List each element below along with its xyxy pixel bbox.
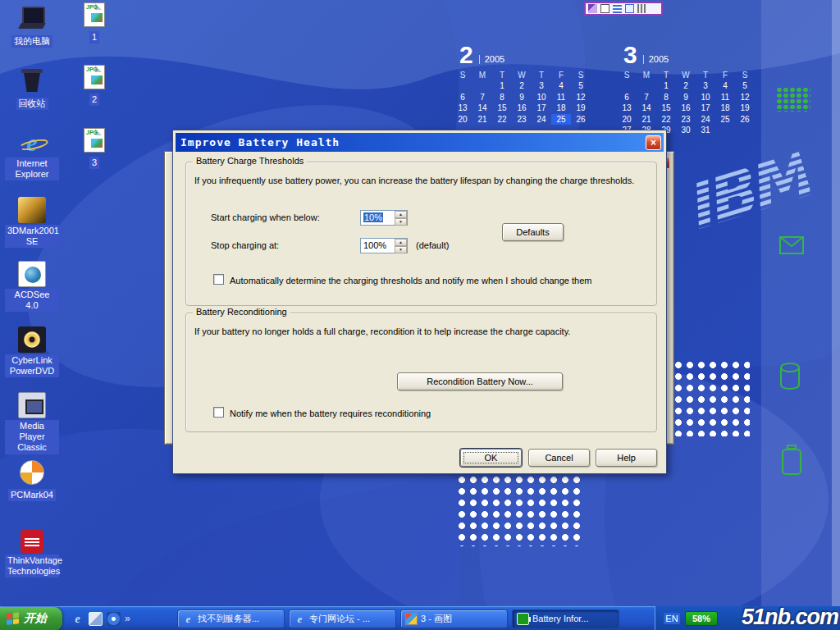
desktop-icon-label: 2 [89, 94, 99, 106]
calendar-date: 6 [617, 92, 637, 103]
calendar-date: 7 [637, 92, 656, 103]
battery-device-icon [781, 445, 802, 476]
language-indicator[interactable]: EN [664, 613, 680, 624]
calendar-date: 2 [512, 80, 532, 92]
spin-up-icon[interactable]: ▲ [395, 239, 407, 246]
calendar-date: 9 [512, 92, 532, 103]
calendar-date: 1 [656, 80, 676, 92]
spin-down-icon[interactable]: ▼ [395, 246, 407, 253]
calendar-date: 5 [571, 80, 591, 92]
calendar-date: 18 [715, 103, 735, 114]
auto-determine-checkbox[interactable] [213, 274, 224, 285]
desktop-icon-recycle-bin[interactable]: 回收站 [5, 67, 59, 110]
calendar-date: 13 [617, 103, 637, 114]
calendar-date: 19 [571, 103, 591, 114]
calendar-march-2005: 3 2005 SMTWTFS12345678910111213141516171… [617, 44, 761, 136]
options-tool-icon[interactable] [637, 4, 646, 13]
calendar-date: 14 [472, 103, 492, 114]
desktop-icon-3dmark2001[interactable]: 3DMark2001 SE [5, 197, 59, 248]
battery-status-indicator[interactable]: 58% [685, 611, 718, 626]
calendar-day-header: M [472, 70, 492, 81]
calendar-date: 10 [532, 92, 551, 103]
recondition-battery-button[interactable]: Recondition Battery Now... [397, 372, 563, 390]
spin-down-icon[interactable]: ▼ [395, 218, 407, 226]
cancel-button[interactable]: Cancel [528, 449, 590, 467]
calendar-date: 22 [656, 114, 676, 126]
internet-explorer-quicklaunch-icon[interactable]: e [71, 612, 84, 626]
calendar-date: 1 [492, 80, 512, 92]
windows-flag-icon [7, 612, 20, 625]
calendar-date: 11 [715, 92, 735, 103]
desktop-icon-jpg-2[interactable]: JPG 2 [71, 64, 118, 106]
start-button[interactable]: 开始 [0, 607, 62, 630]
desktop-icon-powerdvd[interactable]: CyberLink PowerDVD [5, 326, 59, 377]
start-charging-spinner[interactable]: 10% ▲ ▼ [360, 210, 408, 226]
stop-charging-spinner[interactable]: 100% ▲ ▼ [360, 238, 408, 253]
calendar-day-header: M [637, 70, 656, 81]
calendar-date: 18 [551, 103, 571, 114]
calendar-date: 3 [532, 80, 551, 92]
stop-charging-label: Stop charging at: [211, 240, 279, 250]
desktop-icon-acdsee[interactable]: ACDSee 4.0 [5, 261, 59, 312]
highlighter-tool-icon[interactable] [613, 4, 622, 13]
calendar-date: 10 [696, 92, 715, 103]
desktop-icon-jpg-3[interactable]: JPG 3 [71, 127, 118, 169]
calendar-day-header: T [696, 70, 715, 81]
desktop-icon-label: 1 [89, 31, 99, 43]
notify-reconditioning-checkbox[interactable] [213, 407, 224, 418]
start-charging-value: 10% [363, 212, 383, 222]
chevron-right-icon[interactable]: » [125, 612, 133, 626]
calendar-date: 4 [715, 80, 735, 92]
spin-up-icon[interactable]: ▲ [395, 211, 407, 218]
pen-tool-icon[interactable] [588, 4, 597, 13]
jpg-file-icon: JPG [84, 128, 105, 153]
media-player-quicklaunch-icon[interactable] [107, 612, 121, 626]
close-icon[interactable]: × [646, 135, 661, 150]
select-tool-icon[interactable] [600, 4, 609, 13]
calendar-date: 24 [532, 114, 551, 126]
calendar-date [637, 80, 656, 92]
calendar-day-header: T [656, 70, 676, 81]
calendar-date: 21 [637, 114, 656, 126]
jpg-badge: JPG [86, 130, 98, 135]
taskbar: 开始 e » e 找不到服务器... e 专门网论坛 - ... 3 - 画图 … [0, 606, 840, 630]
calendar-february-2005: 2 2005 SMTWTFS12345678910111213141516171… [453, 44, 597, 125]
ok-button[interactable]: OK [460, 449, 522, 467]
wallpaper-right-edge [832, 0, 840, 630]
calendar-date: 31 [696, 125, 715, 136]
my-computer-icon [18, 5, 46, 31]
taskbar-button-forum[interactable]: e 专门网论坛 - ... [289, 609, 396, 628]
dialog-titlebar[interactable]: Improve Battery Health × [176, 133, 664, 152]
calendar-date: 17 [696, 103, 715, 114]
taskbar-button-battery-information[interactable]: Battery Infor... [512, 609, 619, 628]
desktop-icon-my-computer[interactable]: 我的电脑 [5, 5, 59, 48]
desktop-icon-pcmark04[interactable]: PCMark04 [5, 459, 59, 501]
desktop-icon-label: PCMark04 [8, 489, 56, 501]
desktop-icon-thinkvantage[interactable]: ThinkVantage Technologies [5, 528, 59, 578]
note-tool-icon[interactable] [625, 4, 634, 13]
ie-icon: e [182, 613, 194, 625]
calendar-date: 16 [676, 103, 696, 114]
auto-determine-label[interactable]: Automatically determine the charging thr… [230, 276, 591, 285]
calendar-date: 19 [735, 103, 755, 114]
notify-reconditioning-label[interactable]: Notify me when the battery requires reco… [230, 409, 431, 418]
media-player-classic-icon [18, 392, 46, 418]
desktop-icon-media-player-classic[interactable]: Media Player Classic [5, 392, 59, 454]
calendar-month: 3 [623, 44, 637, 66]
stop-charging-value: 100% [361, 239, 395, 253]
desktop-icon-internet-explorer[interactable]: e Internet Explorer [5, 130, 59, 180]
taskbar-button-server-not-found[interactable]: e 找不到服务器... [177, 609, 285, 628]
taskbar-button-paint[interactable]: 3 - 画图 [400, 609, 508, 628]
dialog-title: Improve Battery Health [180, 136, 340, 148]
thinkvantage-icon [21, 530, 43, 553]
defaults-button[interactable]: Defaults [502, 223, 564, 241]
calendar-date: 2 [676, 80, 696, 92]
reconditioning-description: If your battery no longer holds a full c… [194, 326, 650, 336]
internet-explorer-icon: e [18, 130, 46, 156]
help-button[interactable]: Help [596, 449, 657, 467]
envelope-icon [779, 236, 804, 254]
floating-toolbar[interactable] [584, 2, 663, 16]
desktop-icon-jpg-1[interactable]: JPG 1 [71, 2, 118, 43]
show-desktop-icon[interactable] [89, 612, 103, 626]
calendar-day-header: T [492, 70, 512, 81]
